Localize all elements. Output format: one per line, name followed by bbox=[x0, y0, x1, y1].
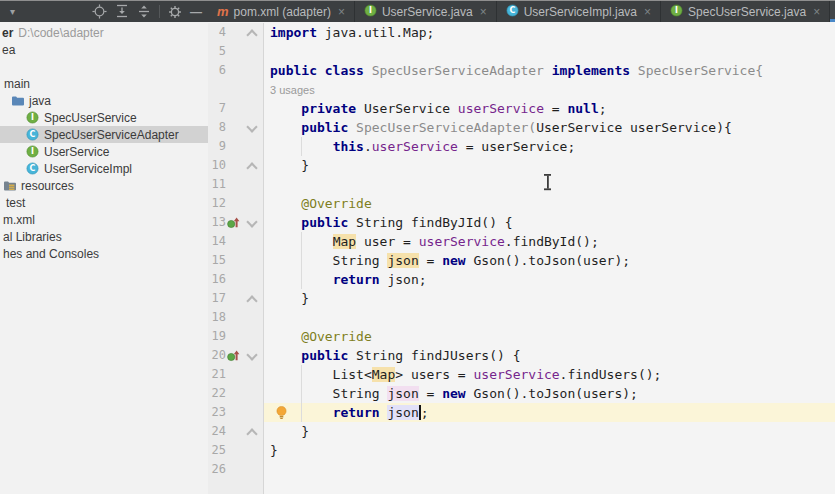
code-line-20[interactable]: 20 public String findJUsers() { bbox=[208, 346, 835, 365]
code-text[interactable]: private UserService userService = null; bbox=[264, 99, 835, 118]
tree-item-main[interactable]: main bbox=[0, 75, 208, 92]
code-text[interactable]: } bbox=[264, 441, 835, 460]
code-text[interactable]: @Override bbox=[264, 194, 835, 213]
gutter-icon-slot bbox=[226, 251, 239, 270]
fold-collapse-icon[interactable] bbox=[246, 121, 257, 132]
code-text[interactable]: List<Map> users = userService.findUsers(… bbox=[264, 365, 835, 384]
tree-item-resources[interactable]: resources bbox=[0, 177, 208, 194]
gutter: 22 bbox=[208, 384, 264, 403]
code-text[interactable]: @Override bbox=[264, 327, 835, 346]
tab-close-icon[interactable]: × bbox=[338, 5, 345, 19]
code-line-15[interactable]: 15 String json = new Gson().toJson(user)… bbox=[208, 251, 835, 270]
code-line-8[interactable]: 8 public SpecUserServiceAdapter(UserServ… bbox=[208, 118, 835, 137]
code-text[interactable]: } bbox=[264, 422, 835, 441]
settings-gear-icon[interactable] bbox=[168, 5, 182, 19]
code-line-26[interactable]: 26 bbox=[208, 460, 835, 479]
code-token: .findUsers(); bbox=[560, 367, 662, 382]
gutter-icon-slot bbox=[226, 422, 239, 441]
tree-item-er[interactable]: erD:\code\adapter bbox=[0, 24, 208, 41]
implements-method-gutter-icon[interactable] bbox=[226, 213, 239, 232]
locate-target-icon[interactable] bbox=[92, 4, 107, 19]
code-text[interactable]: return json; bbox=[264, 270, 835, 289]
code-text[interactable] bbox=[264, 460, 835, 479]
collapse-all-icon[interactable] bbox=[137, 4, 151, 19]
code-text[interactable]: String json = new Gson().toJson(user); bbox=[264, 251, 835, 270]
code-text[interactable]: String json = new Gson().toJson(users); bbox=[264, 384, 835, 403]
code-line-18[interactable]: 18 bbox=[208, 308, 835, 327]
code-line-24[interactable]: 24 } bbox=[208, 422, 835, 441]
tree-item-m-xml[interactable]: m.xml bbox=[0, 211, 208, 228]
fold-column bbox=[239, 99, 263, 118]
expand-all-icon[interactable] bbox=[115, 4, 129, 19]
code-line-19[interactable]: 19 @Override bbox=[208, 327, 835, 346]
code-line-21[interactable]: 21 List<Map> users = userService.findUse… bbox=[208, 365, 835, 384]
code-text[interactable]: 3 usages bbox=[264, 80, 835, 99]
code-editor[interactable]: 4import java.util.Map;56public class Spe… bbox=[208, 22, 835, 494]
tab-userservice-java[interactable]: IUserService.java× bbox=[355, 1, 497, 22]
code-line-12[interactable]: 12 @Override bbox=[208, 194, 835, 213]
code-line-4[interactable]: 4import java.util.Map; bbox=[208, 23, 835, 42]
code-text[interactable]: public String findByJId() { bbox=[264, 213, 835, 232]
code-line-16[interactable]: 16 return json; bbox=[208, 270, 835, 289]
code-text[interactable]: import java.util.Map; bbox=[264, 23, 835, 42]
fold-column bbox=[239, 61, 263, 80]
hide-panel-icon[interactable]: — bbox=[190, 7, 202, 17]
code-line-14[interactable]: 14 Map user = userService.findById(); bbox=[208, 232, 835, 251]
fold-column bbox=[239, 346, 263, 365]
fold-column bbox=[239, 156, 263, 175]
tree-item-specuserserviceadapter[interactable]: CSpecUserServiceAdapter bbox=[0, 126, 208, 143]
code-text[interactable] bbox=[264, 479, 835, 494]
fold-collapse-icon[interactable] bbox=[246, 216, 257, 227]
tree-item-ea[interactable]: ea bbox=[0, 41, 208, 58]
inline-hint-row[interactable]: 3 usages bbox=[208, 80, 835, 99]
project-dropdown-caret-icon[interactable]: ▾ bbox=[10, 6, 15, 17]
fold-end-icon[interactable] bbox=[246, 162, 257, 173]
code-line-10[interactable]: 10 } bbox=[208, 156, 835, 175]
tree-item-specuserservice[interactable]: ISpecUserService bbox=[0, 109, 208, 126]
tree-item-userserviceimpl[interactable]: CUserServiceImpl bbox=[0, 160, 208, 177]
code-text[interactable]: return json; bbox=[264, 403, 835, 422]
interface-icon: I bbox=[26, 111, 39, 124]
code-text[interactable]: } bbox=[264, 156, 835, 175]
line-number: 13 bbox=[208, 213, 226, 232]
fold-end-icon[interactable] bbox=[246, 295, 257, 306]
tab-close-icon[interactable]: × bbox=[480, 5, 487, 19]
code-text[interactable]: public class SpecUserServiceAdapter impl… bbox=[264, 61, 835, 80]
code-line-5[interactable]: 5 bbox=[208, 42, 835, 61]
code-line-25[interactable]: 25} bbox=[208, 441, 835, 460]
tab-close-icon[interactable]: × bbox=[644, 5, 651, 19]
tree-item-java[interactable]: java bbox=[0, 92, 208, 109]
code-text[interactable]: public String findJUsers() { bbox=[264, 346, 835, 365]
tab-specuserservice-java[interactable]: ISpecUserService.java× bbox=[661, 1, 830, 22]
tab-pom-xml-adapter[interactable]: mpom.xml (adapter)× bbox=[208, 1, 355, 22]
tab-userserviceimpl-java[interactable]: CUserServiceImpl.java× bbox=[497, 1, 661, 22]
tree-item-hes-and-consoles[interactable]: hes and Consoles bbox=[0, 245, 208, 262]
usages-hint[interactable]: 3 usages bbox=[270, 84, 315, 96]
code-line-6[interactable]: 6public class SpecUserServiceAdapter imp… bbox=[208, 61, 835, 80]
fold-end-icon[interactable] bbox=[246, 428, 257, 439]
code-token: new bbox=[442, 253, 465, 268]
code-line-7[interactable]: 7 private UserService userService = null… bbox=[208, 99, 835, 118]
code-line-9[interactable]: 9 this.userService = userService; bbox=[208, 137, 835, 156]
line-number: 24 bbox=[208, 422, 226, 441]
code-text[interactable]: Map user = userService.findById(); bbox=[264, 232, 835, 251]
code-text[interactable] bbox=[264, 42, 835, 61]
code-line-23[interactable]: 23 return json; bbox=[208, 403, 835, 422]
code-text[interactable]: } bbox=[264, 289, 835, 308]
code-text[interactable]: this.userService = userService; bbox=[264, 137, 835, 156]
code-line-11[interactable]: 11 bbox=[208, 175, 835, 194]
code-text[interactable]: public SpecUserServiceAdapter(UserServic… bbox=[264, 118, 835, 137]
tab-close-icon[interactable]: × bbox=[813, 5, 820, 19]
code-token: java.util.Map; bbox=[317, 25, 434, 40]
code-line-13[interactable]: 13 public String findByJId() { bbox=[208, 213, 835, 232]
fold-collapse-icon[interactable] bbox=[246, 349, 257, 360]
tree-item-test[interactable]: test bbox=[0, 194, 208, 211]
code-text[interactable] bbox=[264, 308, 835, 327]
implements-method-gutter-icon[interactable] bbox=[226, 346, 239, 365]
fold-end-icon[interactable] bbox=[246, 29, 257, 40]
code-line-22[interactable]: 22 String json = new Gson().toJson(users… bbox=[208, 384, 835, 403]
code-line-17[interactable]: 17 } bbox=[208, 289, 835, 308]
tree-item-al-libraries[interactable]: al Libraries bbox=[0, 228, 208, 245]
tree-item-userservice[interactable]: IUserService bbox=[0, 143, 208, 160]
tab-specuserservice[interactable]: CSpecUserService bbox=[830, 1, 835, 22]
